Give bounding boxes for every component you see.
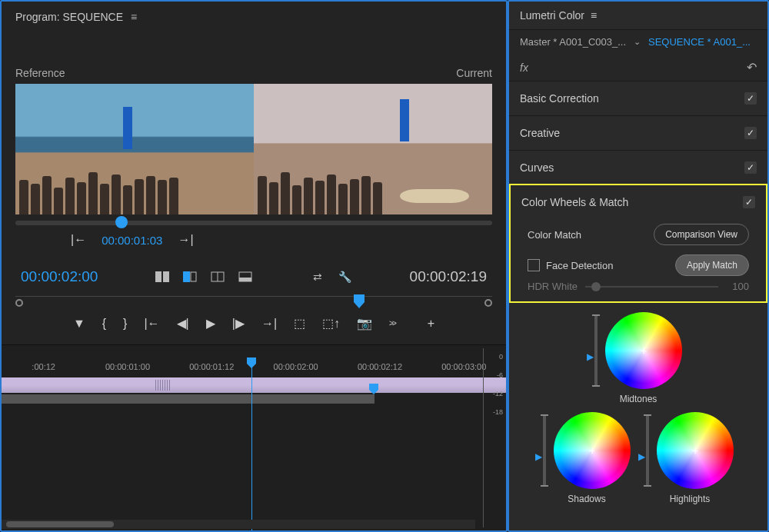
lift-button[interactable]: ⬚ [294, 316, 305, 331]
lumetri-menu-icon[interactable]: ≡ [591, 9, 597, 22]
shadows-label: Shadows [568, 494, 605, 504]
midtones-label: Midtones [620, 394, 657, 404]
curves-checkbox[interactable] [744, 161, 757, 174]
audio-track-clip[interactable] [2, 394, 375, 404]
svg-rect-0 [155, 271, 161, 282]
time-label: :00:12 [2, 362, 85, 371]
slider-arrow-icon[interactable]: ▶ [535, 451, 542, 462]
vertical-split-icon[interactable] [183, 271, 197, 282]
video-track-clip[interactable] [2, 377, 506, 393]
wheel-center-icon[interactable]: + [589, 444, 595, 457]
right-timecode[interactable]: 00:00:02:19 [410, 268, 487, 285]
color-wheels-area: ▶ + Midtones ▶ + Shadows ▶ + Highlights [509, 301, 767, 530]
preview-scrubber[interactable] [15, 221, 492, 225]
clip-path-row: Master * A001_C003_... ⌄ SEQUENCE * A001… [509, 30, 767, 54]
color-wheels-checkbox[interactable] [743, 196, 755, 208]
creative-accordion[interactable]: Creative [509, 116, 767, 151]
left-timecode[interactable]: 00:00:02:00 [21, 268, 98, 285]
svg-rect-2 [183, 271, 190, 282]
reset-icon[interactable]: ↶ [747, 60, 757, 75]
current-label: Current [456, 67, 492, 79]
hdr-white-row: HDR White 100 [511, 281, 766, 292]
highlights-wheel-group: ▶ + Highlights [646, 412, 734, 504]
time-label: 00:00:02:00 [254, 362, 338, 371]
midtones-wheel-group: ▶ + Midtones [594, 312, 682, 404]
hdr-slider-knob[interactable] [591, 282, 601, 291]
lumetri-panel: Lumetri Color ≡ Master * A001_C003_... ⌄… [508, 0, 769, 532]
out-point-handle[interactable] [484, 299, 492, 307]
extract-button[interactable]: ⬚↑ [322, 316, 340, 331]
color-wheels-match-section: Color Wheels & Match Color Match Compari… [509, 184, 767, 303]
sequence-clip-label[interactable]: SEQUENCE * A001_... [648, 36, 751, 48]
highlights-color-wheel[interactable]: + [657, 412, 734, 489]
master-clip-label[interactable]: Master * A001_C003_... [520, 36, 626, 48]
add-button-icon[interactable]: + [428, 317, 434, 331]
more-transport-icon[interactable]: >> [389, 319, 395, 328]
midtones-color-wheel[interactable]: + [605, 312, 682, 389]
hdr-white-slider[interactable] [585, 286, 718, 288]
wheel-center-icon[interactable]: + [692, 444, 698, 457]
slider-arrow-icon[interactable]: ▶ [638, 451, 645, 462]
hdr-white-label: HDR White [528, 281, 578, 292]
scrub-timecode[interactable]: 00:00:01:03 [102, 234, 162, 247]
creative-checkbox[interactable] [744, 127, 757, 139]
out-marker[interactable] [369, 384, 378, 394]
loop-icon[interactable]: ⇄ [311, 271, 325, 282]
timeline-playhead[interactable] [251, 359, 252, 530]
ruler-playhead[interactable] [354, 294, 365, 308]
basic-correction-checkbox[interactable] [744, 92, 757, 105]
in-point-handle[interactable] [15, 299, 23, 307]
wrench-icon[interactable]: 🔧 [338, 271, 352, 282]
scrollbar-thumb[interactable] [6, 521, 114, 527]
scrubber-playhead[interactable] [115, 216, 128, 228]
svg-rect-7 [239, 278, 251, 281]
curves-accordion[interactable]: Curves [509, 151, 767, 185]
clip-grab-handle[interactable] [155, 380, 171, 391]
comparison-view-button[interactable]: Comparison View [654, 224, 749, 245]
export-frame-button[interactable]: 📷 [357, 316, 372, 331]
face-detection-checkbox[interactable] [528, 259, 540, 271]
program-menu-icon[interactable]: ≡ [131, 11, 137, 23]
fx-row: fx ↶ [509, 54, 767, 81]
mark-out-icon[interactable]: { [102, 317, 106, 331]
lumetri-header: Lumetri Color ≡ [509, 2, 767, 30]
view-mode-icons [155, 271, 252, 282]
step-forward-button[interactable]: |▶ [232, 316, 245, 331]
slider-arrow-icon[interactable]: ▶ [587, 351, 594, 362]
time-label: 00:00:01:00 [85, 362, 169, 371]
program-toolbar: 00:00:02:00 ⇄ 🔧 00:00:02:19 [2, 247, 506, 291]
mark-in-button[interactable]: ▼ [73, 317, 85, 331]
highlights-luma-slider[interactable]: ▶ [646, 416, 649, 485]
shadows-wheel-group: ▶ + Shadows [543, 412, 631, 504]
step-back-button[interactable]: ◀| [177, 316, 189, 331]
color-wheels-accordion[interactable]: Color Wheels & Match [511, 185, 766, 219]
go-to-out-button[interactable]: →| [178, 233, 193, 247]
go-to-in-button[interactable]: |← [71, 233, 86, 247]
reference-frame [15, 84, 254, 214]
right-tool-icons: ⇄ 🔧 [311, 271, 352, 282]
shadows-color-wheel[interactable]: + [554, 412, 631, 489]
lumetri-title: Lumetri Color [520, 9, 584, 22]
horizontal-split-icon[interactable] [211, 271, 225, 282]
safe-margins-icon[interactable] [238, 271, 252, 282]
basic-correction-accordion[interactable]: Basic Correction [509, 81, 767, 116]
chevron-down-icon[interactable]: ⌄ [634, 37, 641, 47]
apply-match-button[interactable]: Apply Match [675, 254, 749, 276]
hdr-white-value[interactable]: 100 [726, 281, 749, 292]
wheel-center-icon[interactable]: + [641, 344, 647, 357]
go-previous-edit-button[interactable]: |← [144, 317, 159, 331]
audio-meter: 0 -6 -12 -18 [478, 348, 503, 527]
midtones-luma-slider[interactable]: ▶ [594, 316, 598, 385]
go-next-edit-button[interactable]: →| [261, 317, 277, 331]
mini-ruler[interactable] [15, 296, 492, 308]
timeline[interactable]: :00:12 00:00:01:00 00:00:01:12 00:00:02:… [2, 344, 506, 530]
mark-clip-icon[interactable]: } [123, 317, 127, 331]
shadows-luma-slider[interactable]: ▶ [543, 416, 546, 485]
timeline-scrollbar[interactable] [2, 520, 475, 529]
comparison-preview[interactable] [15, 84, 492, 214]
fx-label[interactable]: fx [520, 62, 528, 74]
play-button[interactable]: ▶ [206, 316, 215, 331]
side-by-side-icon[interactable] [155, 271, 169, 282]
transport-controls: ▼ { } |← ◀| ▶ |▶ →| ⬚ ⬚↑ 📷 >> + [2, 308, 506, 344]
face-detection-row: Face Detection Apply Match [528, 254, 749, 276]
